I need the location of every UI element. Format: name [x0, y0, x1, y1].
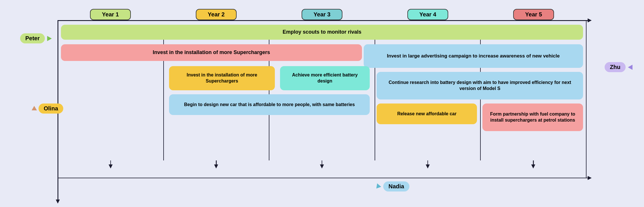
col2-arrow [216, 160, 217, 166]
nadia-cursor [375, 182, 381, 188]
zhu-cursor [628, 65, 632, 70]
card-invest-superchargers-wide: Invest in the installation of more Super… [61, 44, 362, 61]
col1-arrow [110, 160, 111, 166]
card-begin-design: Begin to design new car that is affordab… [169, 94, 370, 115]
user-olina: Olina [32, 103, 63, 114]
peter-bubble: Peter [20, 33, 45, 43]
col4-arrow [427, 160, 428, 166]
diagram-container: Year 1 Year 2 Year 3 Year 4 Year 5 [57, 9, 586, 195]
olina-bubble: Olina [39, 103, 63, 114]
nadia-bubble: Nadia [383, 181, 409, 191]
card-invest-advertising: Invest in large advertising campaign to … [364, 44, 583, 68]
card-continue-research: Continue research into battery design wi… [377, 72, 583, 99]
card-form-partnership: Form partnership with fuel company to in… [482, 103, 583, 131]
year3-badge: Year 3 [302, 9, 343, 20]
year5-badge: Year 5 [513, 9, 554, 20]
year1-badge: Year 1 [90, 9, 131, 20]
card-invest-superchargers-small: Invest in the installation of more Super… [169, 66, 275, 90]
year5-header-col: Year 5 [481, 9, 586, 20]
peter-cursor [47, 36, 52, 41]
year1-header-col: Year 1 [57, 9, 163, 20]
user-peter: Peter [20, 33, 52, 43]
main-box: Employ scouts to monitor rivals Invest i… [57, 20, 586, 178]
card-release-new-car: Release new affordable car [377, 103, 477, 124]
user-zhu: Zhu [605, 62, 632, 72]
zhu-bubble: Zhu [605, 62, 626, 72]
col5-arrow [533, 160, 534, 166]
olina-cursor [32, 106, 38, 113]
col3-arrow [322, 160, 323, 166]
year2-badge: Year 2 [196, 9, 237, 20]
year-headers: Year 1 Year 2 Year 3 Year 4 Year 5 [57, 9, 586, 20]
card-achieve-battery: Achieve more efficient battery design [280, 66, 370, 90]
year2-header-col: Year 2 [163, 9, 269, 20]
year4-header-col: Year 4 [375, 9, 481, 20]
user-nadia: Nadia [376, 181, 409, 191]
card-employ-scouts: Employ scouts to monitor rivals [61, 25, 583, 40]
year3-header-col: Year 3 [269, 9, 375, 20]
year4-badge: Year 4 [407, 9, 448, 20]
